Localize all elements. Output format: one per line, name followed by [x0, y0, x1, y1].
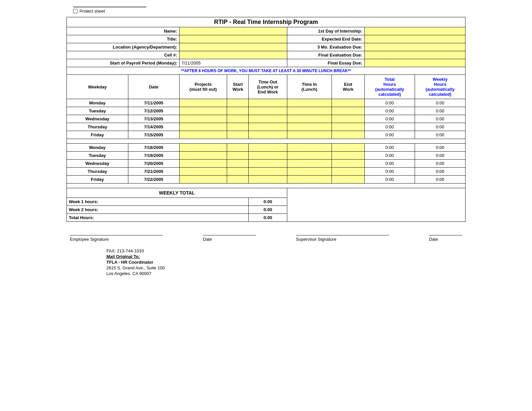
end-work-input[interactable] [332, 115, 364, 123]
start-work-input[interactable] [227, 176, 249, 184]
col-weekday: Weekday [67, 75, 128, 99]
time-in-input[interactable] [287, 107, 332, 115]
start-work-input[interactable] [227, 144, 249, 152]
projects-input[interactable] [179, 176, 227, 184]
employee-sig-label: Employee Signature [70, 237, 109, 242]
total-hours-cell: 0:00 [364, 99, 415, 107]
employee-sig-line: Employee Signature [70, 235, 163, 242]
time-in-input[interactable] [287, 123, 332, 131]
weekly-total-empty [287, 188, 465, 198]
weekly-total-row: WEEKLY TOTAL [67, 188, 466, 198]
date-line-2: Date [429, 235, 462, 242]
warning-text: **AFTER 6 HOURS OF WORK, YOU MUST TAKE A… [67, 67, 466, 75]
cell-input[interactable] [179, 51, 287, 59]
time-out-input[interactable] [249, 107, 287, 115]
projects-input[interactable] [179, 131, 227, 139]
time-out-input[interactable] [249, 152, 287, 160]
weekday-cell: Friday [67, 131, 128, 139]
end-work-input[interactable] [332, 131, 364, 139]
warning-row: **AFTER 6 HOURS OF WORK, YOU MUST TAKE A… [67, 67, 466, 75]
eval-3mo-input[interactable] [364, 43, 465, 51]
weekly-hours-cell: 0:00 [415, 168, 466, 176]
supervisor-sig-line: Supervisor Signature [296, 235, 389, 242]
end-work-input[interactable] [332, 168, 364, 176]
end-work-input[interactable] [332, 176, 364, 184]
time-in-input[interactable] [287, 115, 332, 123]
end-work-input[interactable] [332, 152, 364, 160]
start-work-input[interactable] [227, 160, 249, 168]
time-in-input[interactable] [287, 168, 332, 176]
signature-section: Employee Signature Date Supervisor Signa… [66, 235, 466, 242]
projects-input[interactable] [179, 160, 227, 168]
start-work-input[interactable] [227, 131, 249, 139]
start-work-input[interactable] [227, 152, 249, 160]
time-out-input[interactable] [249, 144, 287, 152]
week2-empty [287, 206, 465, 214]
final-eval-input[interactable] [364, 51, 465, 59]
time-in-input[interactable] [287, 131, 332, 139]
weekday-cell: Thursday [67, 123, 128, 131]
date-cell: 7/14/2005 [128, 123, 179, 131]
essay-input[interactable] [364, 59, 465, 67]
total-empty [287, 214, 465, 222]
time-out-input[interactable] [249, 123, 287, 131]
start-work-input[interactable] [227, 107, 249, 115]
projects-input[interactable] [179, 123, 227, 131]
time-in-input[interactable] [287, 160, 332, 168]
projects-input[interactable] [179, 152, 227, 160]
time-in-input[interactable] [287, 99, 332, 107]
weekday-cell: Thursday [67, 168, 128, 176]
start-work-input[interactable] [227, 123, 249, 131]
location-input[interactable] [179, 43, 287, 51]
time-out-input[interactable] [249, 99, 287, 107]
end-work-input[interactable] [332, 123, 364, 131]
time-in-input[interactable] [287, 144, 332, 152]
total-hours-cell: 0:00 [364, 131, 415, 139]
end-work-input[interactable] [332, 107, 364, 115]
time-out-input[interactable] [249, 160, 287, 168]
time-in-input[interactable] [287, 152, 332, 160]
projects-input[interactable] [179, 144, 227, 152]
start-work-input[interactable] [227, 115, 249, 123]
footer-mail-label: Mail Original To: [106, 254, 466, 259]
total-hours-row: Total Hours: 0:00 [67, 214, 466, 222]
end-work-input[interactable] [332, 99, 364, 107]
cell-row: Cell #: Final Evaluation Due: [67, 51, 466, 59]
time-out-input[interactable] [249, 131, 287, 139]
start-work-input[interactable] [227, 168, 249, 176]
date-cell: 7/18/2005 [128, 144, 179, 152]
time-out-input[interactable] [249, 115, 287, 123]
total-hours-cell: 0:00 [364, 144, 415, 152]
week2-hours-value: 0:00 [249, 206, 287, 214]
internship-input[interactable] [364, 27, 465, 35]
time-out-input[interactable] [249, 176, 287, 184]
protect-checkbox[interactable] [73, 9, 77, 13]
projects-input[interactable] [179, 115, 227, 123]
week1-hours-row: Week 1 hours: 0:00 [67, 198, 466, 206]
title-input[interactable] [179, 35, 287, 43]
end-work-input[interactable] [332, 144, 364, 152]
projects-input[interactable] [179, 107, 227, 115]
end-work-input[interactable] [332, 160, 364, 168]
projects-input[interactable] [179, 168, 227, 176]
title-row: RTIP - Real Time Internship Program [67, 17, 466, 27]
time-in-input[interactable] [287, 176, 332, 184]
date-cell: 7/11/2005 [128, 99, 179, 107]
total-hours-cell: 0:00 [364, 168, 415, 176]
projects-input[interactable] [179, 99, 227, 107]
date-cell: 7/15/2005 [128, 131, 179, 139]
main-table: RTIP - Real Time Internship Program Name… [66, 17, 466, 222]
weekday-cell: Monday [67, 99, 128, 107]
payroll-label: Start of Payroll Period (Monday): [67, 59, 180, 67]
end-date-input[interactable] [364, 35, 465, 43]
total-hours-cell: 0:00 [364, 160, 415, 168]
start-work-input[interactable] [227, 99, 249, 107]
total-hours-value: 0:00 [249, 214, 287, 222]
protect-row: Protect sheet [73, 9, 466, 14]
name-input[interactable] [179, 27, 287, 35]
cell-label: Cell #: [67, 51, 180, 59]
date-cell: 7/19/2005 [128, 152, 179, 160]
time-out-input[interactable] [249, 168, 287, 176]
total-hours-cell: 0:00 [364, 123, 415, 131]
date-cell: 7/12/2005 [128, 107, 179, 115]
